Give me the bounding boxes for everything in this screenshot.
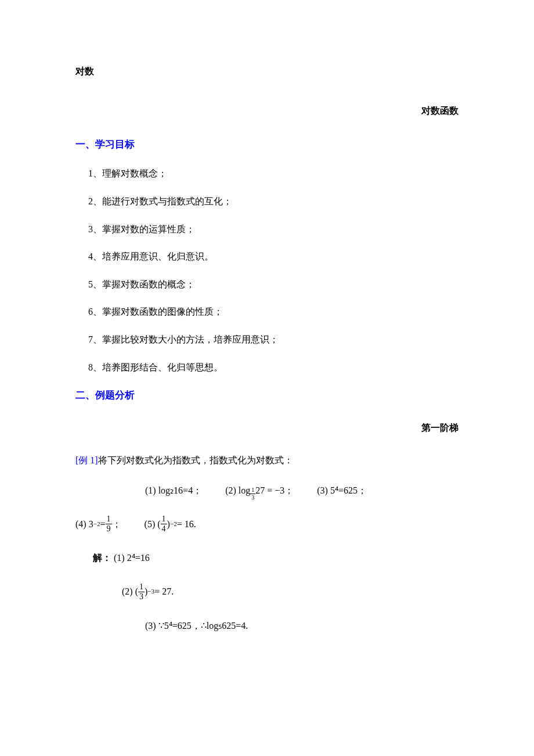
example-prompt: [例 1]将下列对数式化为指数式，指数式化为对数式： (75, 453, 459, 468)
equation-block-2: (4) 3−2 = 1 9 ； (5) ( 1 4 )−2 = 16. (75, 515, 459, 533)
equation-block-1: (1) log₂16=4； (2) log 1 3 27 = −3； (3) 5… (75, 483, 459, 498)
equation-2: (2) log 1 3 27 = −3； (225, 483, 294, 498)
solution-1: (1) 2⁴=16 (114, 553, 150, 563)
goal-item: 7、掌握比较对数大小的方法，培养应用意识； (88, 332, 459, 347)
goals-list: 1、理解对数概念； 2、能进行对数式与指数式的互化； 3、掌握对数的运算性质； … (88, 166, 459, 375)
section-heading-examples: 二、例题分析 (75, 387, 459, 403)
equation-1: (1) log₂16=4； (145, 483, 202, 498)
goal-item: 3、掌握对数的运算性质； (88, 222, 459, 237)
goal-item: 5、掌握对数函数的概念； (88, 277, 459, 292)
page-title-left: 对数 (75, 64, 459, 79)
equation-5: (5) ( 1 4 )−2 = 16. (145, 515, 196, 533)
example-label: [例 1] (75, 455, 98, 465)
goal-item: 4、培养应用意识、化归意识。 (88, 249, 459, 264)
solution-line-1: 解： (1) 2⁴=16 (93, 550, 459, 566)
equation-3: (3) 5⁴=625； (317, 483, 367, 498)
document-page: 对数 对数函数 一、学习目标 1、理解对数概念； 2、能进行对数式与指数式的互化… (0, 0, 534, 756)
solution-3: (3) ∵5⁴=625，∴log₅625=4. (145, 618, 459, 633)
goal-item: 2、能进行对数式与指数式的互化； (88, 194, 459, 209)
solution-2: (2) ( 1 3 )−3 = 27. (122, 583, 174, 601)
page-title-right: 对数函数 (75, 103, 459, 118)
example-text: 将下列对数式化为指数式，指数式化为对数式： (98, 455, 293, 465)
goal-item: 1、理解对数概念； (88, 166, 459, 181)
stage-heading: 第一阶梯 (75, 420, 459, 435)
equation-4: (4) 3−2 = 1 9 ； (75, 515, 121, 533)
solution-label: 解： (93, 553, 111, 563)
section-heading-goals: 一、学习目标 (75, 136, 459, 152)
goal-item: 6、掌握对数函数的图像的性质； (88, 304, 459, 319)
goal-item: 8、培养图形结合、化归等思想。 (88, 360, 459, 375)
